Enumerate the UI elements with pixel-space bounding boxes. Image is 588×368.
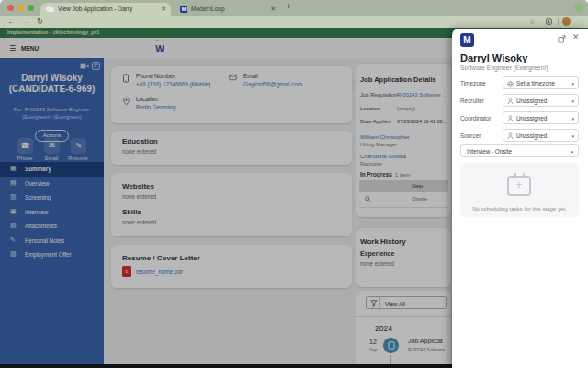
bookmark-star-icon[interactable]: ☆ (529, 16, 536, 28)
coordinator-select[interactable]: Unassigned ▾ (503, 111, 579, 124)
back-icon[interactable]: ← (7, 16, 15, 28)
browser-tabstrip: View Job Application - Darry ✕ M ModernL… (0, 0, 588, 16)
window-minimize-button[interactable] (17, 5, 24, 11)
recruiter-value: Unassigned (516, 96, 547, 107)
tab-view-job-application[interactable]: View Job Application - Darry ✕ (40, 3, 171, 16)
window-bottom-edge (0, 364, 452, 368)
modernloop-favicon: M (180, 6, 187, 13)
person-icon (507, 132, 514, 140)
chevron-down-icon: ▾ (571, 81, 574, 86)
tab-title: View Job Application - Darry (58, 3, 154, 16)
person-icon (507, 115, 514, 122)
panel-candidate-role: Software Engineer (Evergreen!) (460, 64, 548, 71)
sourcer-label: Sourcer (460, 132, 481, 139)
modernloop-logo: M (460, 33, 474, 47)
new-tab-button[interactable]: + (287, 0, 291, 13)
panel-candidate-name: Darryl Wisoky (460, 52, 527, 63)
recruiter-label: Recruiter (460, 98, 484, 104)
workday-favicon (47, 7, 54, 12)
chevron-down-icon: ▾ (571, 149, 573, 155)
tab-close-icon[interactable]: ✕ (270, 3, 276, 16)
chevron-down-icon: ▾ (571, 133, 574, 139)
close-icon[interactable]: ✕ (572, 32, 580, 41)
calendar-plus-icon: + (507, 176, 531, 196)
stage-select[interactable]: Interview - Onsite ▾ (460, 144, 579, 157)
scheduling-empty-state: + No scheduling tasks for this stage yet… (460, 163, 579, 217)
chevron-down-icon: ▾ (571, 116, 574, 121)
refresh-icon[interactable]: ↻ (37, 16, 43, 28)
browser-window: View Job Application - Darry ✕ M ModernL… (0, 0, 588, 368)
browser-avatar[interactable] (562, 17, 571, 26)
timezone-label: Timezone (460, 80, 486, 86)
save-page-icon[interactable] (546, 18, 552, 25)
empty-state-text: No scheduling tasks for this stage yet. (460, 205, 579, 212)
sourcer-select[interactable]: Unassigned ▾ (503, 129, 579, 142)
browser-toolbar: ← → ↻ impl.workday.com/zktechnology_pt1/… (0, 16, 588, 28)
panel-divider (452, 75, 588, 75)
stage-value: Interview - Onsite (467, 146, 512, 157)
sourcer-value: Unassigned (516, 131, 547, 142)
kebab-menu-icon[interactable]: ⋮ (579, 16, 585, 28)
window-zoom-button[interactable] (28, 5, 34, 11)
forward-icon[interactable]: → (22, 16, 29, 28)
toolbar-divider (558, 18, 559, 25)
plus-glyph: + (509, 178, 529, 191)
recruiter-select[interactable]: Unassigned ▾ (503, 94, 579, 107)
tab-modernloop[interactable]: M ModernLoop ✕ (176, 3, 279, 16)
timezone-select[interactable]: Set a timezone ▾ (503, 76, 579, 89)
modernloop-panel: M ✕ Darryl Wisoky Software Engineer (Eve… (452, 29, 588, 368)
tab-close-icon[interactable]: ✕ (161, 3, 166, 16)
tab-title: ModernLoop (191, 3, 263, 16)
chevron-down-icon: ▾ (571, 98, 574, 104)
open-in-new-icon[interactable] (558, 35, 566, 43)
timezone-value: Set a timezone (516, 78, 555, 89)
coordinator-value: Unassigned (516, 113, 547, 124)
person-icon (507, 98, 514, 105)
coordinator-label: Coordinator (460, 115, 491, 121)
globe-icon (507, 81, 514, 87)
window-close-button[interactable] (7, 5, 14, 11)
browser-profile-chip[interactable] (574, 3, 583, 12)
